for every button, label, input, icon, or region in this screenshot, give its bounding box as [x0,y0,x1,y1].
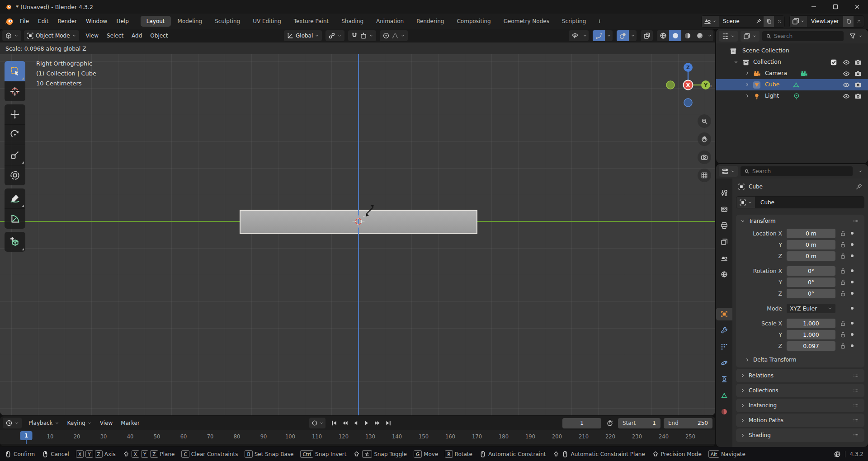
shading-rendered-dropdown[interactable] [706,30,713,41]
workspace-tab-animation[interactable]: Animation [370,16,410,27]
lock-open-icon[interactable] [840,230,846,237]
panel-collections[interactable]: Collections [736,384,864,397]
object-name-value[interactable]: Cube [755,197,864,208]
eye-icon[interactable] [843,81,850,89]
overlays-button[interactable] [617,30,629,41]
chevron-right-icon[interactable] [745,93,750,99]
animate-dot-button[interactable] [851,322,854,325]
shading-solid-button[interactable] [669,30,681,41]
outliner-row-light[interactable]: Light [716,90,868,102]
scene-pin-button[interactable] [753,16,764,27]
view-layer-new-button[interactable] [843,16,854,27]
lock-open-icon[interactable] [840,331,846,338]
next-keyframe-button[interactable] [372,418,382,428]
properties-tab-modifiers[interactable] [716,324,732,337]
animate-dot-button[interactable] [851,333,854,336]
gizmos-button[interactable] [593,30,605,41]
eye-icon[interactable] [843,59,850,66]
properties-tab-data[interactable] [716,389,732,402]
current-frame-field[interactable]: 1 [562,418,601,428]
timeline-menu-keying[interactable]: Keying [63,418,96,428]
transform-value-field[interactable]: 0.097 [787,341,835,351]
tool-rotate[interactable] [5,125,25,145]
workspace-tab-texture-paint[interactable]: Texture Paint [288,16,335,27]
transform-value-field[interactable]: 0 m [787,240,835,249]
view-layer-browse-button[interactable] [790,16,807,27]
transform-value-field[interactable]: 0 m [787,229,835,238]
chevron-right-icon[interactable] [745,71,750,76]
timeline-scrollbar[interactable] [0,444,715,446]
snapping-controls[interactable] [348,30,376,41]
grip-dots-icon[interactable] [851,433,860,438]
properties-tab-particles[interactable] [716,340,732,353]
timeline-editor-type-button[interactable] [3,418,22,428]
play-reverse-button[interactable] [350,418,361,428]
checkbox-icon[interactable] [830,59,837,66]
camera-visibility-icon[interactable] [854,81,862,89]
transform-value-field[interactable]: XYZ Euler [787,304,835,313]
viewport-menu-add[interactable]: Add [127,31,146,41]
viewport-menu-view[interactable]: View [82,31,103,41]
mode-selector[interactable]: Object Mode [24,30,79,41]
animate-dot-button[interactable] [851,232,854,235]
workspace-tab-scripting[interactable]: Scripting [556,16,592,27]
animate-dot-button[interactable] [851,307,854,310]
menu-edit[interactable]: Edit [33,16,53,26]
tool-select-box[interactable] [5,61,25,81]
camera-visibility-icon[interactable] [854,93,862,100]
transform-value-field[interactable]: 0° [787,289,835,298]
delta-transform-panel-header[interactable]: Delta Transform [736,357,864,363]
properties-tab-view-layer[interactable] [716,235,732,248]
animate-dot-button[interactable] [851,292,854,295]
animate-dot-button[interactable] [851,243,854,246]
outliner-display-mode-button[interactable] [741,31,760,42]
nav-camera-view-button[interactable] [698,151,711,164]
proportional-editing-controls[interactable] [380,30,408,41]
navigation-gizmo[interactable]: Z Y X [663,60,713,110]
workspace-tab-uv-editing[interactable]: UV Editing [247,16,287,27]
timeline-menu-marker[interactable]: Marker [117,418,143,428]
jump-first-button[interactable] [329,418,339,428]
frame-start-field[interactable]: Start 1 [618,418,660,428]
pin-icon[interactable] [855,183,863,190]
viewport-menu-object[interactable]: Object [146,31,172,41]
timeline-menu-playback[interactable]: Playback [24,418,63,428]
nav-zoom-button[interactable] [698,114,711,128]
outliner-row-camera[interactable]: Camera [716,68,868,79]
panel-relations[interactable]: Relations [736,369,864,382]
viewport-menu-select[interactable]: Select [103,31,127,41]
playhead[interactable]: 1 [20,431,32,440]
transform-orientation-selector[interactable]: Global [284,30,322,41]
properties-options-button[interactable] [855,166,865,177]
use-preview-range-button[interactable] [604,418,615,428]
grip-dots-icon[interactable] [851,403,860,408]
workspace-tab-geometry-nodes[interactable]: Geometry Nodes [498,16,555,27]
timeline-menu-view[interactable]: View [96,418,117,428]
panel-shading[interactable]: Shading [736,428,864,442]
panel-motion-paths[interactable]: Motion Paths [736,414,864,427]
properties-tab-constraints[interactable] [716,373,732,386]
overlays-dropdown[interactable] [629,30,637,41]
outliner-search-input[interactable]: Search [762,31,844,41]
menu-render[interactable]: Render [53,16,81,26]
tool-cursor[interactable] [5,81,25,101]
tool-annotate[interactable] [5,188,25,209]
shading-rendered-button[interactable] [693,30,706,41]
grip-dots-icon[interactable] [851,418,860,423]
tool-transform[interactable] [5,165,25,185]
object-id-browse-button[interactable] [736,197,755,208]
properties-editor-type-button[interactable] [719,166,738,177]
grip-dots-icon[interactable] [851,218,860,224]
eye-icon[interactable] [843,70,850,77]
grip-dots-icon[interactable] [851,388,860,393]
add-workspace-button[interactable]: + [593,16,606,26]
properties-tab-render[interactable] [716,203,732,216]
view-layer-remove-button[interactable] [854,16,864,27]
lock-open-icon[interactable] [840,320,846,327]
workspace-tab-shading[interactable]: Shading [335,16,369,27]
menu-window[interactable]: Window [81,16,112,26]
camera-visibility-icon[interactable] [854,59,862,66]
lock-open-icon[interactable] [840,241,846,248]
menu-help[interactable]: Help [112,16,133,26]
outliner-editor-type-button[interactable] [719,31,738,42]
